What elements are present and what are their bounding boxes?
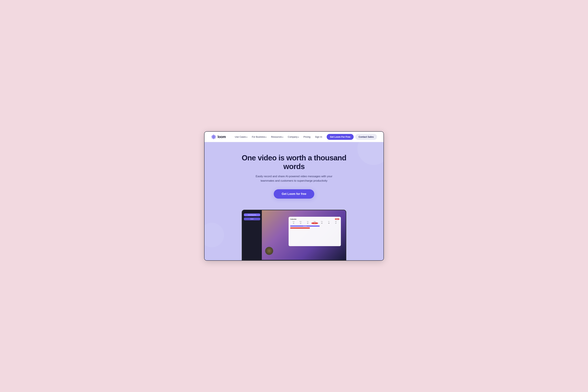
get-loom-free-button[interactable]: Get Loom For Free bbox=[327, 134, 354, 140]
screen-sidebar-item-2: Event bbox=[244, 218, 260, 220]
screen-sidebar: Something here Event bbox=[242, 210, 262, 260]
bg-blur-1 bbox=[357, 142, 384, 165]
navbar: loom Use Cases For Business Resources Co… bbox=[204, 132, 384, 142]
nav-link-pricing[interactable]: Pricing bbox=[304, 136, 310, 138]
hero-section: One video is worth a thousand words Easi… bbox=[204, 142, 384, 260]
cal-days-header: Sun Mon Tue Wed Thu Fri Sat 21 22 23 24 bbox=[290, 221, 339, 224]
nav-item-for-business[interactable]: For Business bbox=[252, 136, 266, 138]
cal-week-label: Week bbox=[335, 218, 339, 220]
laptop-container: Something here Event Calendar Week bbox=[211, 208, 377, 260]
svg-point-0 bbox=[213, 136, 214, 137]
nav-item-resources[interactable]: Resources bbox=[271, 136, 283, 138]
nav-item-company[interactable]: Company bbox=[288, 136, 299, 138]
nav-link-company[interactable]: Company bbox=[288, 136, 299, 138]
logo-text: loom bbox=[218, 135, 226, 139]
nav-link-use-cases[interactable]: Use Cases bbox=[235, 136, 247, 138]
cal-title: Calendar bbox=[290, 218, 296, 220]
nav-cta-group: Get Loom For Free Contact Sales bbox=[327, 134, 377, 140]
nav-item-sign-in[interactable]: Sign In bbox=[315, 136, 322, 138]
hero-cta-button[interactable]: Get Loom for free bbox=[274, 189, 314, 198]
nav-item-pricing[interactable]: Pricing bbox=[304, 136, 310, 138]
nav-links: Use Cases For Business Resources Company… bbox=[235, 136, 322, 138]
nav-link-for-business[interactable]: For Business bbox=[252, 136, 266, 138]
laptop-wrapper: Something here Event Calendar Week bbox=[242, 208, 346, 260]
cal-event-1: Meeting bbox=[290, 226, 320, 227]
cal-header: Calendar Week bbox=[290, 218, 339, 220]
browser-frame: loom Use Cases For Business Resources Co… bbox=[204, 131, 384, 260]
cal-events: Meeting bbox=[290, 226, 339, 229]
screen-camera-bubble bbox=[265, 247, 273, 255]
hero-subtitle: Easily record and share AI-powered video… bbox=[253, 174, 335, 183]
laptop-outer: Something here Event Calendar Week bbox=[242, 210, 346, 260]
nav-link-sign-in[interactable]: Sign In bbox=[315, 136, 322, 138]
cal-event-2 bbox=[290, 227, 310, 229]
contact-sales-button[interactable]: Contact Sales bbox=[355, 134, 377, 140]
svg-point-1 bbox=[213, 134, 214, 136]
laptop-screen: Something here Event Calendar Week bbox=[242, 210, 346, 260]
nav-item-use-cases[interactable]: Use Cases bbox=[235, 136, 247, 138]
svg-point-2 bbox=[213, 138, 214, 139]
loom-logo-icon bbox=[211, 134, 216, 140]
svg-point-4 bbox=[214, 136, 216, 137]
screen-sidebar-item-1: Something here bbox=[244, 214, 260, 216]
nav-link-resources[interactable]: Resources bbox=[271, 136, 283, 138]
hero-title: One video is worth a thousand words bbox=[237, 154, 351, 171]
logo-area[interactable]: loom bbox=[211, 134, 226, 140]
screen-calendar: Calendar Week Sun Mon Tue Wed Thu Fri Sa… bbox=[288, 217, 341, 246]
svg-point-3 bbox=[211, 136, 213, 137]
